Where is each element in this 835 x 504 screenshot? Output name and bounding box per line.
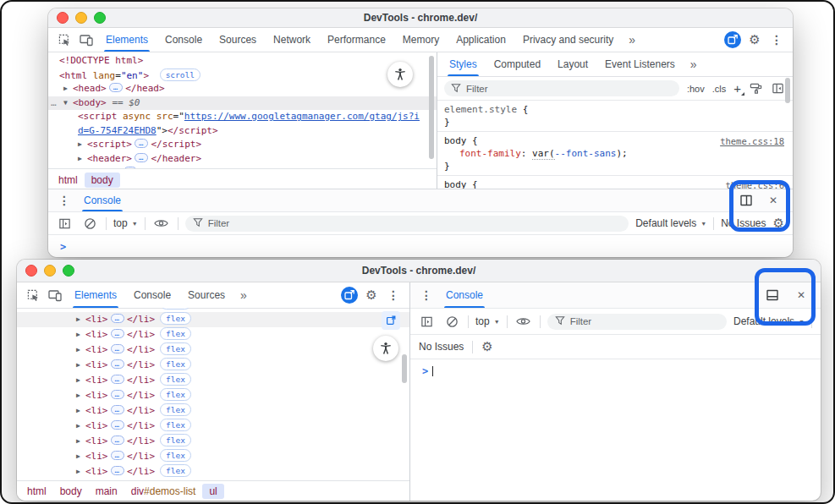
tab-sources[interactable]: Sources (179, 282, 233, 308)
live-expression-eye-icon[interactable] (514, 316, 533, 326)
script-src-link[interactable]: d=G-754F24EHD8 (78, 125, 157, 136)
dom-row-script-src-line2[interactable]: d=G-754F24EHD8"></script> (48, 124, 437, 139)
breadcrumb-body[interactable]: body (53, 484, 89, 499)
minimize-window-button[interactable] (44, 265, 56, 277)
new-style-rule-button[interactable]: + (733, 84, 741, 94)
maximize-window-button[interactable] (94, 12, 106, 24)
flex-badge[interactable]: flex (160, 434, 191, 446)
context-selector-dropdown[interactable]: top▼ (475, 315, 500, 327)
settings-gear-icon[interactable]: ⚙ (744, 28, 766, 52)
console-settings-gear-icon[interactable]: ⚙ (773, 216, 784, 231)
more-tabs-icon[interactable]: » (233, 282, 254, 308)
ellipsis-expand-icon[interactable]: … (109, 83, 123, 92)
style-rule-element-style[interactable]: element.style { } (437, 101, 793, 132)
drawer-menu-kebab-icon[interactable]: ⋮ (53, 189, 75, 211)
dom-tree-row-li[interactable]: ▶<li>…</li>flex (17, 388, 409, 403)
log-levels-dropdown[interactable]: Default levels▼ (733, 315, 805, 327)
element-classes-button[interactable]: .cls (712, 84, 727, 94)
tab-application[interactable]: Application (448, 28, 514, 52)
flex-badge[interactable]: flex (160, 419, 191, 431)
dom-tree-row-li[interactable]: ▶<li>…</li>flex (17, 327, 409, 342)
drawer-menu-kebab-icon[interactable]: ⋮ (415, 282, 437, 308)
tab-elements[interactable]: Elements (66, 282, 125, 308)
expand-arrow-icon[interactable]: ▶ (76, 342, 85, 358)
expand-arrow-icon[interactable]: ▶ (76, 464, 85, 479)
device-toolbar-icon[interactable] (75, 28, 97, 52)
tab-elements[interactable]: Elements (97, 28, 157, 52)
flex-badge[interactable]: flex (160, 327, 191, 340)
log-levels-dropdown[interactable]: Default levels▼ (635, 217, 706, 229)
tab-event-listeners[interactable]: Event Listeners (596, 52, 684, 76)
inspect-element-icon[interactable] (22, 282, 44, 308)
ellipsis-expand-icon[interactable]: … (111, 436, 124, 445)
flex-badge[interactable]: flex (160, 403, 191, 416)
titlebar[interactable]: DevTools - chrome.dev/ (17, 260, 821, 282)
computed-sidebar-toggle-icon[interactable] (771, 82, 785, 95)
row-options-ellipsis-icon[interactable]: … (51, 96, 58, 111)
expand-arrow-icon[interactable]: ▶ (76, 434, 85, 449)
main-menu-kebab-icon[interactable]: ⋮ (766, 28, 788, 52)
expand-arrow-icon[interactable]: ▶ (78, 138, 87, 152)
dom-tree-row-li[interactable]: ▶<li>…</li>flex (17, 403, 409, 419)
dom-tree-row-li[interactable]: ▶<li>…</li>flex (17, 434, 409, 449)
issues-counter[interactable]: No Issues (721, 217, 766, 229)
flex-badge[interactable]: flex (160, 312, 191, 325)
ellipsis-expand-icon[interactable]: … (111, 314, 124, 323)
dom-row-head[interactable]: ▶<head>…</head> (48, 82, 437, 96)
flex-badge[interactable]: flex (160, 358, 191, 370)
device-toolbar-icon[interactable] (44, 282, 66, 308)
breadcrumb-html[interactable]: html (20, 484, 53, 499)
minimize-window-button[interactable] (75, 12, 87, 24)
dom-row-script[interactable]: ▶<script>…</script> (48, 138, 437, 152)
flex-badge[interactable]: flex (160, 373, 191, 386)
close-window-button[interactable] (25, 265, 37, 277)
rendering-emulations-icon[interactable] (749, 82, 763, 95)
expand-arrow-icon[interactable]: ▶ (78, 152, 87, 167)
dom-tree-row-li[interactable]: ▶<li>…</li>flex (17, 449, 409, 464)
styles-filter-input[interactable]: Filter (444, 80, 679, 96)
tab-console[interactable]: Console (437, 282, 492, 308)
ellipsis-expand-icon[interactable]: … (135, 153, 148, 162)
settings-gear-icon[interactable]: ⚙ (360, 282, 382, 308)
console-settings-gear-icon[interactable]: ⚙ (481, 339, 492, 354)
console-filter-input[interactable]: Filter (547, 314, 727, 330)
expand-arrow-icon[interactable]: ▶ (76, 358, 85, 373)
breadcrumb-ul-selected[interactable]: ul (202, 484, 223, 499)
undock-preview-icon[interactable] (382, 311, 400, 330)
ellipsis-expand-icon[interactable]: … (111, 405, 124, 414)
console-sidebar-icon[interactable] (417, 315, 436, 328)
ellipsis-expand-icon[interactable]: … (111, 451, 124, 460)
console-sidebar-icon[interactable] (55, 217, 74, 230)
ellipsis-expand-icon[interactable]: … (111, 390, 124, 399)
dock-preview-badge-icon[interactable] (338, 282, 360, 308)
expand-arrow-icon[interactable]: ▶ (76, 419, 85, 434)
tab-layout[interactable]: Layout (549, 52, 596, 76)
close-drawer-icon[interactable]: ✕ (764, 189, 783, 211)
clear-console-icon[interactable] (442, 315, 461, 328)
dom-tree-row-li[interactable]: ▶<li>…</li>flex (17, 373, 409, 388)
dock-preview-badge-icon[interactable] (722, 28, 744, 52)
dom-row-html[interactable]: <html lang="en"> scroll (48, 68, 437, 83)
tab-computed[interactable]: Computed (486, 52, 549, 76)
dom-tree-row-li[interactable]: ▶<li>…</li>flex (17, 312, 409, 327)
tab-styles[interactable]: Styles (441, 52, 486, 76)
expand-arrow-icon[interactable]: ▶ (76, 327, 85, 342)
breadcrumb-body-selected[interactable]: body (85, 173, 120, 188)
dom-row-script-src-line1[interactable]: <script async src="https://www.googletag… (48, 110, 437, 124)
dom-row-body-selected[interactable]: … ▼<body> == $0 (48, 96, 437, 111)
tab-memory[interactable]: Memory (394, 28, 448, 52)
maximize-window-button[interactable] (63, 265, 74, 277)
dom-tree-row-li[interactable]: ▶<li>…</li>flex (17, 342, 409, 358)
dom-tree-row-li[interactable]: ▶<li>…</li>flex (17, 419, 409, 434)
expand-arrow-icon[interactable]: ▶ (76, 373, 85, 388)
flex-badge[interactable]: flex (160, 342, 191, 355)
elements-scrollbar[interactable] (402, 354, 407, 383)
ellipsis-expand-icon[interactable]: … (135, 139, 148, 148)
more-tabs-icon[interactable]: » (684, 52, 704, 76)
close-panel-icon[interactable]: ✕ (792, 282, 810, 308)
issues-counter[interactable]: No Issues (419, 341, 464, 353)
ellipsis-expand-icon[interactable]: … (111, 344, 124, 353)
ellipsis-expand-icon[interactable]: … (111, 375, 124, 384)
dom-row-header[interactable]: ▶<header>…</header> (48, 152, 437, 167)
console-prompt[interactable]: > (410, 359, 821, 377)
